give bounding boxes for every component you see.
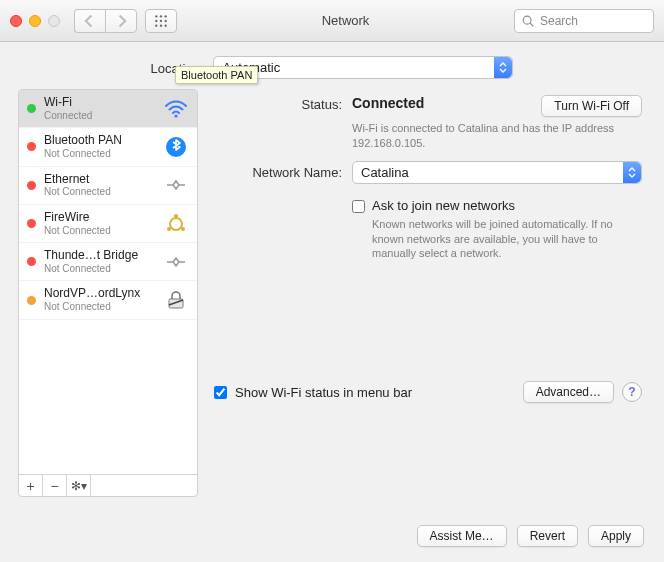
location-row: Location: Automatic <box>0 42 664 89</box>
status-desc: Wi-Fi is connected to Catalina and has t… <box>352 121 622 151</box>
status-dot-icon <box>27 219 36 228</box>
forward-button[interactable] <box>105 9 137 33</box>
search-field[interactable]: Search <box>514 9 654 33</box>
sidebar-item-lock[interactable]: NordVP…ordLynxNot Connected <box>19 281 197 319</box>
sidebar: Wi-FiConnectedBluetooth PANNot Connected… <box>18 89 198 497</box>
svg-line-10 <box>530 23 533 26</box>
service-sub: Not Connected <box>44 263 155 275</box>
revert-button[interactable]: Revert <box>517 525 578 547</box>
window-title: Network <box>185 13 506 28</box>
svg-point-14 <box>174 214 178 218</box>
sidebar-item-bluetooth[interactable]: Bluetooth PANNot Connected <box>19 128 197 166</box>
status-dot-icon <box>27 181 36 190</box>
status-dot-icon <box>27 296 36 305</box>
content: Wi-FiConnectedBluetooth PANNot Connected… <box>0 89 664 507</box>
help-button[interactable]: ? <box>622 382 642 402</box>
minimize-window-icon[interactable] <box>29 15 41 27</box>
service-sub: Not Connected <box>44 186 155 198</box>
svg-point-16 <box>181 227 185 231</box>
service-name: NordVP…ordLynx <box>44 287 155 301</box>
sidebar-item-wifi[interactable]: Wi-FiConnected <box>19 90 197 128</box>
lock-icon <box>163 289 189 311</box>
status-dot-icon <box>27 142 36 151</box>
wifi-off-button[interactable]: Turn Wi-Fi Off <box>541 95 642 117</box>
service-text: FireWireNot Connected <box>44 211 155 236</box>
footer: Assist Me… Revert Apply <box>0 507 664 547</box>
status-dot-icon <box>27 104 36 113</box>
dropdown-chevrons-icon <box>494 57 512 78</box>
bluetooth-icon <box>163 136 189 158</box>
svg-point-9 <box>523 16 531 24</box>
svg-point-3 <box>155 19 157 21</box>
add-service-button[interactable]: + <box>19 475 43 496</box>
apply-button[interactable]: Apply <box>588 525 644 547</box>
svg-point-6 <box>155 24 157 26</box>
titlebar: Network Search <box>0 0 664 42</box>
main-panel: Status: Connected Turn Wi-Fi Off Wi-Fi i… <box>214 89 646 403</box>
sidebar-item-firewire[interactable]: FireWireNot Connected <box>19 205 197 243</box>
remove-service-button[interactable]: − <box>43 475 67 496</box>
service-text: Wi-FiConnected <box>44 96 155 121</box>
dropdown-chevrons-icon <box>623 162 641 183</box>
advanced-button[interactable]: Advanced… <box>523 381 614 403</box>
service-sub: Connected <box>44 110 155 122</box>
svg-point-1 <box>160 15 162 17</box>
show-status-checkbox[interactable] <box>214 386 227 399</box>
firewire-icon <box>163 213 189 235</box>
service-name: FireWire <box>44 211 155 225</box>
service-options-button[interactable]: ✻▾ <box>67 475 91 496</box>
ask-join-label: Ask to join new networks <box>372 198 622 213</box>
network-name-dropdown[interactable]: Catalina <box>352 161 642 184</box>
service-text: Bluetooth PANNot Connected <box>44 134 155 159</box>
ask-join-checkbox[interactable] <box>352 200 365 213</box>
svg-point-7 <box>160 24 162 26</box>
service-name: Ethernet <box>44 173 155 187</box>
sidebar-actions-spacer <box>91 475 197 496</box>
svg-point-13 <box>170 218 182 230</box>
close-window-icon[interactable] <box>10 15 22 27</box>
window-controls <box>10 15 60 27</box>
service-name: Wi-Fi <box>44 96 155 110</box>
service-sub: Not Connected <box>44 225 155 237</box>
svg-point-2 <box>165 15 167 17</box>
status-label: Status: <box>214 95 342 112</box>
svg-point-4 <box>160 19 162 21</box>
service-list: Wi-FiConnectedBluetooth PANNot Connected… <box>19 90 197 474</box>
ethernet-icon <box>163 174 189 196</box>
location-dropdown[interactable]: Automatic <box>213 56 513 79</box>
service-text: NordVP…ordLynxNot Connected <box>44 287 155 312</box>
show-status-label: Show Wi-Fi status in menu bar <box>235 385 412 400</box>
sidebar-item-ethernet[interactable]: Thunde…t BridgeNot Connected <box>19 243 197 281</box>
bluetooth-tooltip: Bluetooth PAN <box>175 66 258 84</box>
back-button[interactable] <box>74 9 105 33</box>
wifi-icon <box>163 98 189 120</box>
ethernet-icon <box>163 251 189 273</box>
sidebar-actions: + − ✻▾ <box>19 474 197 496</box>
status-value: Connected <box>352 95 424 111</box>
maximize-window-icon <box>48 15 60 27</box>
service-sub: Not Connected <box>44 148 155 160</box>
nav-segment <box>74 9 137 33</box>
assist-me-button[interactable]: Assist Me… <box>417 525 507 547</box>
status-dot-icon <box>27 257 36 266</box>
network-name-label: Network Name: <box>214 161 342 180</box>
svg-point-8 <box>165 24 167 26</box>
search-icon <box>521 14 535 28</box>
network-name-value: Catalina <box>361 165 409 180</box>
service-name: Bluetooth PAN <box>44 134 155 148</box>
service-sub: Not Connected <box>44 301 155 313</box>
svg-point-5 <box>165 19 167 21</box>
ask-join-desc: Known networks will be joined automatica… <box>372 217 622 262</box>
service-text: EthernetNot Connected <box>44 173 155 198</box>
service-name: Thunde…t Bridge <box>44 249 155 263</box>
search-placeholder: Search <box>540 14 578 28</box>
service-text: Thunde…t BridgeNot Connected <box>44 249 155 274</box>
sidebar-item-ethernet[interactable]: EthernetNot Connected <box>19 167 197 205</box>
svg-point-15 <box>167 227 171 231</box>
svg-point-0 <box>155 15 157 17</box>
svg-point-11 <box>174 114 177 117</box>
apps-grid-button[interactable] <box>145 9 177 33</box>
